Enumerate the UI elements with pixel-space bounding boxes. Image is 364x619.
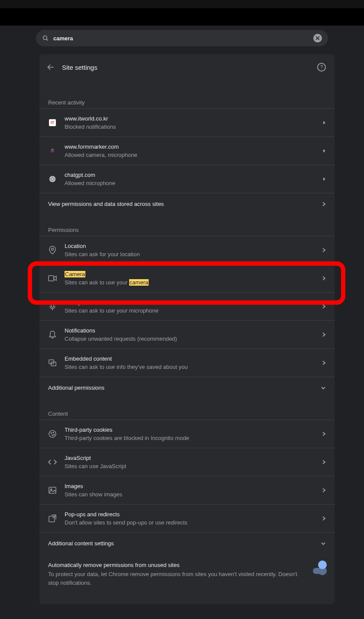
location-icon: [48, 246, 57, 254]
search-clear-button[interactable]: [313, 34, 322, 42]
row-label: View permissions and data stored across …: [48, 201, 322, 207]
row-title: JavaScript: [65, 455, 322, 461]
content-popups[interactable]: Pop-ups and redirects Don't allow sites …: [39, 504, 335, 532]
svg-point-12: [52, 248, 54, 251]
permission-camera[interactable]: Camera Sites can ask to use your camera: [39, 264, 335, 292]
auto-remove-title: Automatically remove permissions from un…: [48, 562, 304, 568]
favicon-icon: IT: [49, 119, 56, 126]
svg-marker-11: [323, 177, 325, 181]
additional-content-settings[interactable]: Additional content settings: [39, 532, 335, 554]
content-label: Content: [48, 410, 326, 417]
row-title: Third-party cookies: [65, 427, 322, 433]
content-images[interactable]: Images Sites can show images: [39, 476, 335, 504]
site-name: chatgpt.com: [65, 172, 322, 178]
svg-point-6: [51, 149, 54, 153]
chevron-down-icon: [321, 542, 326, 545]
svg-marker-5: [323, 121, 325, 124]
help-icon[interactable]: ?: [317, 63, 326, 72]
microphone-icon: [48, 302, 57, 311]
chevron-right-icon: [322, 460, 326, 464]
chevron-right-icon: [322, 361, 326, 365]
row-sub: Sites can ask to use info they've saved …: [65, 364, 322, 370]
recent-site-chatgpt[interactable]: chatgpt.com Allowed microphone: [39, 165, 335, 193]
permission-notifications[interactable]: Notifications Collapse unwanted requests…: [39, 320, 335, 349]
svg-marker-7: [323, 149, 325, 153]
row-sub: Don't allow sites to send pop-ups or use…: [65, 519, 322, 526]
settings-search-box[interactable]: [36, 30, 328, 46]
site-settings-panel: Site settings ? Recent activity IT www.i…: [39, 54, 335, 604]
window-titlebar: [0, 0, 364, 8]
row-title: Location: [65, 243, 322, 249]
permission-microphone[interactable]: Microphone Sites can ask to use your mic…: [39, 292, 335, 320]
row-title: Embedded content: [65, 355, 322, 362]
favicon-icon: [48, 147, 57, 155]
search-input[interactable]: [53, 35, 313, 42]
back-button[interactable]: [46, 62, 56, 72]
chevron-right-icon: [322, 488, 326, 492]
browser-toolbar: [0, 8, 364, 26]
camera-icon: [48, 274, 57, 283]
permissions-label: Permissions: [48, 227, 326, 233]
permission-location[interactable]: Location Sites can ask for your location: [39, 236, 335, 264]
chevron-right-icon: [322, 248, 326, 252]
chevron-right-icon: [322, 332, 326, 337]
chevron-right-icon: [322, 121, 326, 125]
view-all-permissions[interactable]: View permissions and data stored across …: [39, 193, 335, 215]
row-label: Additional permissions: [48, 384, 321, 391]
search-icon: [42, 35, 49, 42]
chevron-right-icon: [322, 202, 326, 206]
svg-point-25: [51, 489, 52, 490]
chevron-right-icon: [322, 516, 326, 521]
popup-icon: [48, 514, 57, 523]
row-title: Microphone: [65, 299, 322, 306]
additional-permissions[interactable]: Additional permissions: [39, 377, 335, 398]
row-sub: Collapse unwanted requests (recommended): [65, 336, 322, 342]
svg-point-22: [52, 435, 53, 436]
recent-site-formmarker[interactable]: www.formmarker.com Allowed camera, micro…: [39, 137, 335, 165]
cookie-icon: [48, 430, 57, 438]
row-label: Additional content settings: [48, 540, 321, 547]
row-title: Images: [65, 483, 322, 489]
auto-remove-desc: To protect your data, let Chrome remove …: [48, 570, 304, 587]
row-sub: Sites can ask to use your camera: [65, 279, 322, 286]
recent-activity-label: Recent activity: [48, 99, 326, 106]
row-title: Notifications: [65, 327, 322, 334]
svg-point-21: [53, 432, 54, 433]
chevron-down-icon: [321, 386, 326, 390]
svg-point-20: [51, 433, 52, 433]
site-status: Allowed microphone: [65, 180, 322, 186]
row-title: Pop-ups and redirects: [65, 511, 322, 518]
chevron-right-icon: [322, 304, 326, 309]
svg-point-19: [49, 430, 56, 437]
svg-line-1: [46, 39, 48, 40]
code-icon: [48, 458, 57, 466]
svg-line-27: [52, 515, 56, 518]
content-javascript[interactable]: JavaScript Sites can use JavaScript: [39, 448, 335, 476]
recent-site-itworld[interactable]: IT www.itworld.co.kr Blocked notificatio…: [39, 108, 335, 137]
auto-remove-permissions-row: Automatically remove permissions from un…: [39, 554, 335, 587]
content-cookies[interactable]: Third-party cookies Third-party cookies …: [39, 420, 335, 448]
chevron-right-icon: [322, 177, 326, 181]
row-sub: Sites can ask for your location: [65, 251, 322, 257]
bell-icon: [48, 330, 57, 339]
favicon-icon: [48, 175, 57, 183]
embed-icon: [48, 358, 57, 367]
svg-rect-15: [51, 303, 54, 307]
row-sub: Sites can show images: [65, 491, 322, 498]
svg-point-23: [54, 434, 55, 435]
site-status: Allowed camera, microphone: [65, 152, 322, 158]
site-name: www.formmarker.com: [65, 143, 322, 150]
svg-marker-14: [54, 276, 56, 280]
image-icon: [48, 486, 57, 495]
chevron-right-icon: [322, 432, 326, 436]
row-sub: Sites can ask to use your microphone: [65, 307, 322, 314]
site-name: www.itworld.co.kr: [65, 115, 322, 122]
site-status: Blocked notifications: [65, 124, 322, 130]
chevron-right-icon: [322, 276, 326, 280]
permission-embedded-content[interactable]: Embedded content Sites can ask to use in…: [39, 349, 335, 377]
chevron-right-icon: [322, 149, 326, 153]
row-sub: Sites can use JavaScript: [65, 463, 322, 469]
row-sub: Third-party cookies are blocked in Incog…: [65, 435, 322, 441]
auto-remove-toggle[interactable]: [313, 562, 326, 574]
page-title: Site settings: [62, 64, 317, 71]
